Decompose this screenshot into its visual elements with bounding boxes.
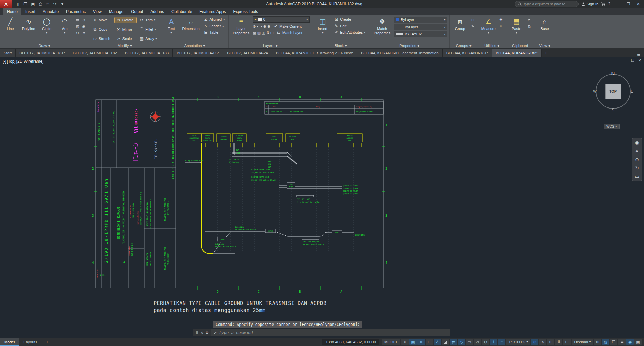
annotation-visibility-icon[interactable]: ⊕ (531, 339, 538, 345)
polygon-icon[interactable]: ◇ (81, 17, 87, 23)
rotate-button[interactable]: ↻ Rotate (115, 17, 136, 23)
table-button[interactable]: ⊞ Table (202, 30, 227, 35)
ribbon-tab[interactable]: Output (127, 8, 147, 15)
showmotion-icon[interactable]: ▭ (635, 174, 639, 179)
panel-label-draw[interactable]: Draw▾ (0, 43, 89, 48)
doc-tab[interactable]: BLC017, JATIMULIA_181* (16, 49, 69, 57)
layer-freeze-icon[interactable]: ⊕ (263, 24, 266, 29)
edit-attributes-button[interactable]: ✐ Edit Attributes ▾ (332, 30, 367, 35)
viewcube-east[interactable]: E (631, 89, 633, 94)
viewport-view-button[interactable]: [Top] (7, 59, 16, 64)
id-point-icon[interactable]: ✚ (498, 17, 504, 23)
new-drawing-button[interactable]: + (542, 49, 550, 57)
snap-mode-icon[interactable]: ▦ (409, 339, 417, 345)
layer-unisolate-icon[interactable]: ◑ (260, 24, 262, 29)
move-button[interactable]: ⌖ Move (91, 17, 113, 23)
viewcube[interactable]: N E S W TOP (593, 72, 633, 111)
layer-thaw-icon[interactable]: ⊖ (267, 24, 270, 29)
model-space-toggle[interactable]: MODEL (382, 339, 400, 345)
ribbon-tab[interactable]: Add-ins (147, 8, 168, 15)
qat-customize-icon[interactable]: ▾ (59, 1, 66, 7)
circle-button[interactable]: ◯Circle▾ (38, 16, 55, 43)
aligned-dimension-button[interactable]: ∡ Aligned ▾ (202, 17, 227, 22)
quick-calc-icon[interactable]: ⌗ (498, 24, 504, 29)
plot-icon[interactable]: ⎙ (37, 1, 44, 7)
hatch-icon[interactable]: ▨ (75, 24, 80, 29)
rectangle-icon[interactable]: ▭ (75, 17, 80, 23)
ribbon-tab[interactable]: Express Tools (229, 8, 261, 15)
donut-icon[interactable]: ◉ (81, 24, 87, 29)
ribbon-tab[interactable]: Parametric (62, 8, 89, 15)
mirror-button[interactable]: ⋈ Mirror (115, 27, 136, 32)
model-tab[interactable]: Model (0, 338, 19, 346)
layer-off-icon[interactable]: ⊘ (253, 24, 256, 29)
zoom-icon[interactable]: ⊕ (635, 157, 639, 162)
layout-tab[interactable]: Layout1 (19, 338, 42, 346)
isodraft-icon[interactable]: ◢ (442, 339, 449, 345)
base-button[interactable]: ⌂Base (536, 16, 553, 43)
layer-select[interactable]: ● 0 ▾ (253, 16, 310, 23)
lineweight-select[interactable]: BYLAYER ▾ (394, 31, 447, 37)
command-close-icon[interactable]: ✕ (200, 331, 203, 335)
layer-properties-button[interactable]: ≡Layer Properties (231, 16, 251, 43)
make-current-button[interactable]: ✔ Make Current (271, 24, 303, 29)
drawing-canvas[interactable]: DCBA DCBA 1234 1234 Skala/ (0, 57, 644, 338)
transparency-icon[interactable]: ▱ (474, 339, 481, 345)
doc-tab[interactable]: BLC044, KURANJI-182* (492, 49, 542, 57)
edit-block-button[interactable]: ✎ Edit (332, 23, 367, 29)
lineweight-icon[interactable]: ▭ (466, 339, 473, 345)
layer-walk-icon[interactable]: ◫ (262, 31, 265, 35)
layer-lock-icon[interactable]: ▩ (253, 31, 256, 35)
doc-tab[interactable]: Start (0, 49, 16, 57)
panel-label-layers[interactable]: Layers▾ (229, 43, 312, 48)
panel-label-view[interactable]: View▾ (534, 43, 555, 48)
dynamic-input-icon[interactable]: ≡ (498, 339, 505, 345)
help-icon[interactable]: ? (608, 2, 610, 6)
match-properties-button[interactable]: ❖Match Properties (371, 16, 392, 43)
ribbon-tab[interactable]: Home (3, 8, 21, 15)
scale-button[interactable]: ↗ Scale (115, 36, 136, 41)
annotation-scale[interactable]: 1:1/100%▾ (506, 339, 530, 345)
viewport-menu-button[interactable]: [-] (3, 59, 6, 64)
fillet-button[interactable]: ⌒ Fillet ▾ (138, 26, 158, 33)
point-icon[interactable]: ∗ (81, 30, 87, 36)
panel-label-utilities[interactable]: Utilities▾ (478, 43, 506, 48)
pan-icon[interactable]: ⌖ (636, 149, 638, 154)
quick-properties-icon[interactable]: ⊟ (563, 339, 571, 345)
doc-tab[interactable]: BLC017, JATIMULIA-05* (173, 49, 223, 57)
group-edit-icon[interactable]: ✎ (470, 24, 476, 29)
cut-icon[interactable]: ✂ (526, 17, 532, 23)
autoscale-icon[interactable]: ↻ (539, 339, 546, 345)
viewcube-top-face[interactable]: TOP (605, 84, 621, 99)
new-layout-button[interactable]: + (42, 338, 53, 346)
ribbon-tab[interactable]: Insert (21, 8, 39, 15)
polar-tracking-icon[interactable]: ∠ (434, 339, 441, 345)
command-bar[interactable]: ⠿ ✕ ⚙ > (193, 329, 450, 336)
ribbon-tab[interactable]: Manage (105, 8, 127, 15)
graphics-performance-icon[interactable]: ▨ (602, 339, 609, 345)
copy-clip-icon[interactable]: ⧉ (526, 24, 532, 29)
layer-delete-icon[interactable]: ⊟ (270, 31, 274, 35)
ribbon-tab[interactable]: Collaborate (168, 8, 196, 15)
command-input[interactable] (219, 330, 447, 335)
polyline-button[interactable]: ∿Polyline (20, 16, 37, 43)
app-store-icon[interactable] (601, 2, 605, 6)
new-file-icon[interactable]: ▯ (15, 1, 21, 7)
arc-button[interactable]: ◠Arc▾ (56, 16, 73, 43)
viewcube-north[interactable]: N (611, 71, 615, 76)
panel-label-modify[interactable]: Modify▾ (89, 43, 161, 48)
object-color-select[interactable]: ByLayer ▾ (394, 17, 447, 23)
layer-unlock-icon[interactable]: ▥ (257, 31, 261, 35)
redo-icon[interactable]: ↷ (52, 1, 58, 7)
customization-menu-icon[interactable]: ≣ (618, 339, 626, 345)
open-file-icon[interactable]: ❒ (22, 1, 29, 7)
window-maximize-icon[interactable]: ☐ (623, 0, 633, 8)
search-input[interactable] (515, 1, 579, 7)
panel-label-annotation[interactable]: Annotation▾ (161, 43, 229, 48)
ribbon-tab[interactable]: Featured Apps (196, 8, 229, 15)
object-isolate-icon[interactable]: ⊞ (594, 339, 601, 345)
dynamic-ucs-icon[interactable]: ⊥ (490, 339, 497, 345)
orbit-icon[interactable]: ↻ (635, 166, 639, 170)
group-button[interactable]: ⧈Group (452, 16, 468, 43)
viewport-minimize-icon[interactable]: – (625, 58, 627, 63)
